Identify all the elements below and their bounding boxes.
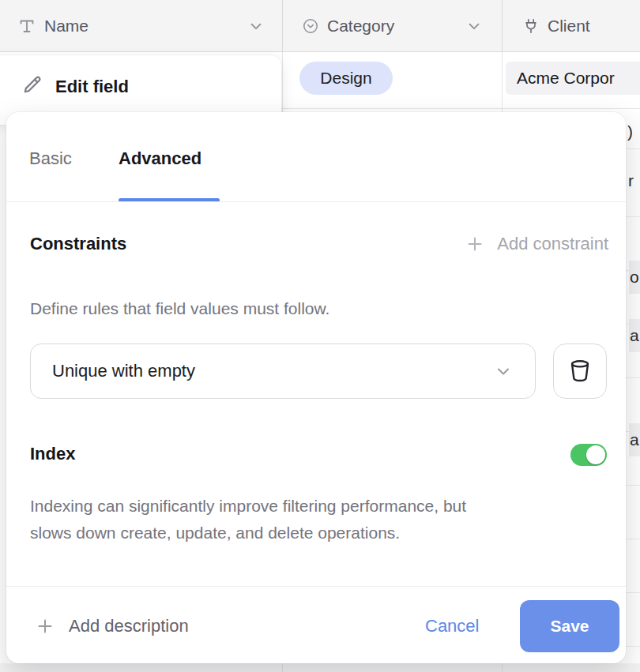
constraint-rule-value: Unique with empty bbox=[52, 361, 195, 381]
add-constraint-label: Add constraint bbox=[497, 234, 608, 254]
add-description-label: Add description bbox=[69, 616, 189, 636]
grid-view-screen: Name Category Client Design Acme Corpor bbox=[0, 0, 640, 672]
constraint-rule-select[interactable]: Unique with empty bbox=[30, 344, 536, 399]
column-label: Name bbox=[44, 17, 88, 36]
divider bbox=[6, 586, 626, 587]
clipped-cell-text: a bbox=[630, 428, 639, 452]
column-border bbox=[282, 52, 283, 112]
plus-icon bbox=[36, 617, 55, 636]
linked-record-chip[interactable]: Acme Corpor bbox=[506, 62, 640, 95]
add-constraint-button[interactable]: Add constraint bbox=[465, 232, 608, 256]
column-label: Category bbox=[327, 17, 394, 36]
column-header-category[interactable]: Category bbox=[282, 0, 502, 51]
clipped-cell-text: r bbox=[628, 169, 634, 193]
clipped-cell-text: a bbox=[630, 324, 639, 347]
edit-field-panel: Basic Advanced Constraints Add constrain… bbox=[6, 112, 626, 663]
divider bbox=[6, 201, 626, 202]
column-header-name[interactable]: Name bbox=[0, 0, 282, 51]
category-option-badge[interactable]: Design bbox=[299, 62, 393, 95]
pencil-icon bbox=[22, 74, 43, 95]
save-button[interactable]: Save bbox=[520, 600, 619, 652]
link-field-icon bbox=[522, 17, 540, 35]
column-border bbox=[502, 52, 503, 112]
chevron-down-icon bbox=[494, 362, 513, 381]
clipped-cell-text: ) bbox=[627, 120, 633, 144]
chevron-down-icon[interactable] bbox=[247, 17, 265, 35]
index-helper-text: Indexing can significantly improve filte… bbox=[30, 493, 607, 546]
plus-icon bbox=[465, 235, 484, 253]
text-field-icon bbox=[17, 17, 36, 36]
trash-icon bbox=[568, 359, 592, 384]
index-label: Index bbox=[30, 442, 75, 466]
index-helper-line2: slows down create, update, and delete op… bbox=[30, 520, 607, 546]
tab-basic[interactable]: Basic bbox=[29, 147, 72, 171]
chevron-down-icon[interactable] bbox=[465, 17, 483, 35]
table-rows-below-panel bbox=[0, 663, 640, 672]
single-select-icon bbox=[302, 17, 319, 35]
column-label: Client bbox=[548, 17, 590, 36]
index-helper-line1: Indexing can significantly improve filte… bbox=[30, 493, 607, 520]
index-toggle[interactable] bbox=[570, 444, 607, 466]
constraints-heading: Constraints bbox=[30, 232, 126, 256]
popup-title: Edit field bbox=[55, 77, 129, 97]
add-description-button[interactable]: Add description bbox=[36, 614, 189, 638]
table-header: Name Category Client bbox=[0, 0, 640, 52]
constraints-helper-text: Define rules that field values must foll… bbox=[30, 295, 329, 322]
clipped-cell-text: o bbox=[630, 265, 639, 289]
table-strip-behind-panel bbox=[626, 112, 640, 663]
column-header-client[interactable]: Client bbox=[502, 0, 640, 51]
cancel-button[interactable]: Cancel bbox=[425, 614, 479, 638]
delete-constraint-button[interactable] bbox=[553, 344, 607, 399]
toggle-knob bbox=[586, 445, 605, 464]
tab-advanced[interactable]: Advanced bbox=[119, 147, 201, 171]
